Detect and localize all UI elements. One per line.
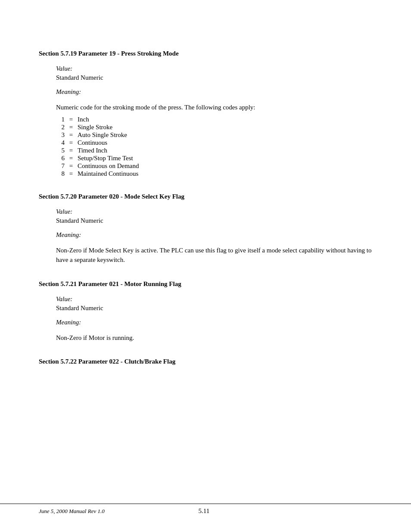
code-row-5: 5 = Timed Inch bbox=[56, 147, 372, 154]
code-num-1: 1 bbox=[56, 116, 65, 123]
code-row-4: 4 = Continuous bbox=[56, 139, 372, 146]
code-row-6: 6 = Setup/Stop Time Test bbox=[56, 155, 372, 162]
section-5720-value-text: Standard Numeric bbox=[56, 217, 372, 224]
code-num-8: 8 bbox=[56, 170, 65, 177]
code-num-4: 4 bbox=[56, 139, 65, 146]
code-num-6: 6 bbox=[56, 155, 65, 162]
section-5720-meaning-text: Non-Zero if Mode Select Key is active. T… bbox=[56, 246, 372, 265]
code-row-2: 2 = Single Stroke bbox=[56, 124, 372, 131]
code-label-3: Auto Single Stroke bbox=[78, 131, 372, 139]
section-5719-meaning-label: Meaning: bbox=[56, 88, 372, 96]
code-eq-1: = bbox=[65, 116, 78, 123]
section-5719-code-list: 1 = Inch 2 = Single Stroke 3 = Auto Sing… bbox=[56, 116, 372, 177]
section-5721-header: Section 5.7.21 Parameter 021 - Motor Run… bbox=[39, 280, 372, 288]
section-5721-value-text: Standard Numeric bbox=[56, 305, 372, 312]
code-eq-7: = bbox=[65, 162, 78, 170]
section-5721-meaning-text: Non-Zero if Motor is running. bbox=[56, 333, 372, 343]
code-eq-5: = bbox=[65, 147, 78, 154]
section-5720: Section 5.7.20 Parameter 020 - Mode Sele… bbox=[39, 193, 372, 265]
section-5722-header: Section 5.7.22 Parameter 022 - Clutch/Br… bbox=[39, 358, 372, 365]
footer-center: 5.11 bbox=[199, 507, 210, 515]
code-row-3: 3 = Auto Single Stroke bbox=[56, 131, 372, 139]
code-num-7: 7 bbox=[56, 162, 65, 170]
code-num-3: 3 bbox=[56, 131, 65, 139]
section-5719-header: Section 5.7.19 Parameter 19 - Press Stro… bbox=[39, 50, 372, 57]
code-eq-6: = bbox=[65, 155, 78, 162]
code-eq-4: = bbox=[65, 139, 78, 146]
section-5719-meaning-text: Numeric code for the stroking mode of th… bbox=[56, 103, 372, 112]
code-row-7: 7 = Continuous on Demand bbox=[56, 162, 372, 170]
section-5719-value-label: Value: bbox=[56, 65, 372, 72]
code-row-1: 1 = Inch bbox=[56, 116, 372, 123]
section-5719: Section 5.7.19 Parameter 19 - Press Stro… bbox=[39, 50, 372, 177]
section-5721: Section 5.7.21 Parameter 021 - Motor Run… bbox=[39, 280, 372, 343]
section-5720-meaning-label: Meaning: bbox=[56, 231, 372, 239]
section-5719-value-text: Standard Numeric bbox=[56, 74, 372, 81]
footer-left: June 5, 2000 Manual Rev 1.0 bbox=[39, 508, 105, 515]
section-5720-value-label: Value: bbox=[56, 208, 372, 215]
code-label-1: Inch bbox=[78, 116, 372, 123]
code-eq-3: = bbox=[65, 131, 78, 139]
footer: June 5, 2000 Manual Rev 1.0 5.11 bbox=[0, 504, 411, 515]
code-eq-2: = bbox=[65, 124, 78, 131]
page: Section 5.7.19 Parameter 19 - Press Stro… bbox=[0, 0, 411, 532]
code-num-2: 2 bbox=[56, 124, 65, 131]
code-label-8: Maintained Continuous bbox=[78, 170, 372, 177]
code-num-5: 5 bbox=[56, 147, 65, 154]
code-label-7: Continuous on Demand bbox=[78, 162, 372, 170]
section-5721-meaning-label: Meaning: bbox=[56, 319, 372, 326]
code-label-2: Single Stroke bbox=[78, 124, 372, 131]
code-eq-8: = bbox=[65, 170, 78, 177]
code-label-4: Continuous bbox=[78, 139, 372, 146]
code-row-8: 8 = Maintained Continuous bbox=[56, 170, 372, 177]
code-label-5: Timed Inch bbox=[78, 147, 372, 154]
section-5722: Section 5.7.22 Parameter 022 - Clutch/Br… bbox=[39, 358, 372, 365]
section-5720-header: Section 5.7.20 Parameter 020 - Mode Sele… bbox=[39, 193, 372, 200]
code-label-6: Setup/Stop Time Test bbox=[78, 155, 372, 162]
section-5721-value-label: Value: bbox=[56, 296, 372, 303]
